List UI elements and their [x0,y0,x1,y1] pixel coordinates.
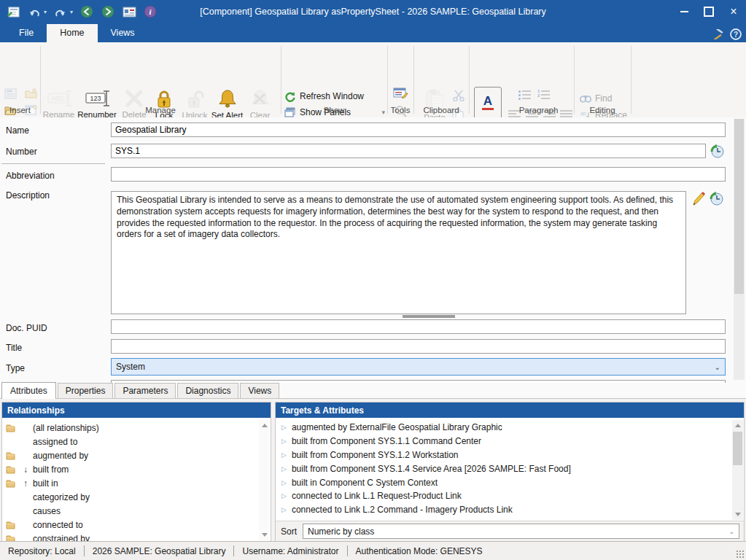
targets-header: Targets & Attributes [276,402,744,418]
minimize-button[interactable] [672,0,696,23]
ribbon-tabstrip: File Home Views ? [0,23,746,42]
forward-button[interactable] [101,4,115,19]
help-icon[interactable]: ? [730,28,742,40]
list-item[interactable]: ▷built from Component SYS.1.2 Workstatio… [276,448,732,462]
sort-select[interactable]: Numeric by class ⌄ [303,524,739,539]
number-label: Number [6,147,37,157]
back-button[interactable] [79,4,94,19]
scroll-up-icon[interactable] [735,424,741,427]
form-scrollbar[interactable] [734,119,745,380]
description-history-icon[interactable] [709,191,723,206]
tab-parameters[interactable]: Parameters [114,383,176,398]
scroll-down-icon[interactable] [262,533,268,537]
scrollbar-thumb[interactable] [733,432,742,465]
tab-views[interactable]: Views [240,383,279,398]
section-divider [1,163,105,164]
list-item[interactable]: connected to [2,518,259,532]
abbreviation-input[interactable] [111,167,726,182]
sort-label: Sort [281,526,297,537]
undo-button[interactable] [27,4,42,19]
find-button[interactable]: Find [580,90,627,106]
list-item[interactable]: ↓built from [2,462,259,476]
expander-icon[interactable]: ▷ [281,492,287,499]
tab-file[interactable]: File [6,24,47,42]
edit-properties-tool-icon[interactable] [393,87,408,99]
redo-dropdown-icon[interactable]: ▾ [70,9,73,15]
name-label: Name [6,125,29,136]
property-form: Name Number Abbreviation Description Thi… [0,117,746,383]
expander-icon[interactable]: ▷ [281,438,287,445]
list-item[interactable]: (all relationships) [2,421,259,435]
expander-icon[interactable]: ▷ [281,506,287,513]
expander-icon[interactable]: ▷ [281,479,287,486]
window-controls: × [672,0,746,23]
bullet-list-icon[interactable] [518,90,531,100]
numbered-list-icon[interactable]: 12 [537,90,550,100]
tab-home[interactable]: Home [47,24,97,42]
expander-icon[interactable]: ▷ [281,424,287,431]
doc-puid-input[interactable] [111,319,726,334]
chevron-down-icon: ⌄ [715,363,720,371]
list-item[interactable]: ▷connected to Link L.1 Request-Product L… [276,489,732,503]
sort-select-value: Numeric by class [308,526,374,537]
relationships-panel: Relationships (all relationships) assign… [1,402,271,542]
number-history-icon[interactable] [710,144,724,158]
show-group-label: Show [281,106,387,114]
insert-group-label: Insert [0,106,40,114]
svg-text:123: 123 [90,95,101,102]
list-item[interactable]: ↑built in [2,476,259,490]
list-item[interactable]: ▷connected to Link L.2 Command - Imagery… [276,503,732,517]
font-icon: A [482,94,494,110]
cut-icon[interactable] [452,89,465,101]
description-textarea[interactable]: This Geospatial Library is intended to s… [111,191,686,314]
list-item[interactable]: constrained by [2,532,259,541]
close-button[interactable]: × [721,0,746,23]
scroll-down-icon[interactable] [735,513,741,516]
arrow-down-icon: ↓ [18,464,33,475]
relationships-list: (all relationships) assigned to augmente… [2,421,259,541]
new-folder-icon[interactable] [25,88,39,99]
relationships-scrollbar[interactable] [259,420,270,540]
list-item[interactable]: augmented by [2,448,259,462]
undo-dropdown-icon[interactable]: ▾ [44,9,47,15]
list-item[interactable]: ▷connected to Link L.3 Status Link [276,517,732,520]
options-wrench-icon[interactable] [712,29,724,39]
list-item[interactable]: assigned to [2,435,259,448]
list-item[interactable]: categorized by [2,490,259,504]
tab-properties[interactable]: Properties [58,383,114,398]
resize-grip[interactable] [736,550,745,559]
type-select-value: System [116,362,145,372]
entity-card-button[interactable] [122,4,136,19]
expander-icon[interactable]: ▷ [281,451,287,459]
list-item[interactable]: ▷augmented by ExternalFile Geospatial Li… [276,421,732,435]
chevron-down-icon: ⌄ [728,528,734,535]
tab-attributes[interactable]: Attributes [1,382,56,399]
list-item[interactable]: ▷built from Component SYS.1.4 Service Ar… [276,462,732,475]
abbreviation-label: Abbreviation [6,171,55,181]
tab-diagnostics[interactable]: Diagnostics [177,383,238,398]
status-project: 2026 SAMPLE: Geospatial Library [85,546,234,556]
new-entity-icon[interactable] [4,88,19,99]
splitter-handle[interactable] [403,315,455,318]
type-select[interactable]: System ⌄ [111,358,726,376]
info-button[interactable]: i [143,4,158,19]
tab-views[interactable]: Views [98,24,148,42]
title-input[interactable] [111,339,726,354]
scroll-up-icon[interactable] [262,424,268,427]
list-item[interactable]: ▷built from Component SYS.1.1 Command Ce… [276,435,732,448]
redo-button[interactable] [53,4,68,19]
maximize-button[interactable] [696,0,721,23]
description-edit-icon[interactable] [691,191,706,207]
refresh-icon [284,91,295,102]
list-item[interactable]: causes [2,504,259,518]
list-item[interactable]: ▷built in Component C System Context [276,475,732,489]
bottom-panels: Relationships (all relationships) assign… [0,399,746,542]
number-input[interactable] [111,144,706,158]
sort-row: Sort Numeric by class ⌄ [276,521,744,541]
targets-scrollbar[interactable] [732,420,743,520]
targets-list: ▷augmented by ExternalFile Geospatial Li… [276,421,732,520]
expander-icon[interactable]: ▷ [281,465,287,472]
refresh-window-button[interactable]: Refresh Window [284,88,385,104]
name-input[interactable] [111,122,726,137]
relationships-header: Relationships [2,402,271,418]
